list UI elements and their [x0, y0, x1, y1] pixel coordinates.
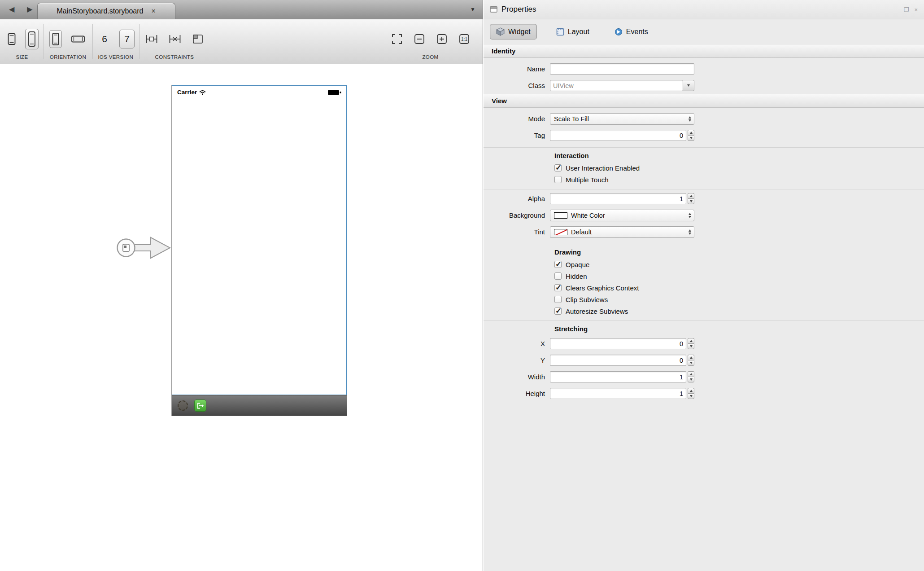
alpha-input[interactable] [550, 193, 686, 204]
status-bar: Carrier [172, 86, 346, 96]
multiple-touch-checkbox[interactable] [554, 176, 562, 183]
phone-tall-icon [27, 31, 36, 47]
stretch-width-stepper[interactable] [688, 371, 694, 382]
properties-header: Properties ❐ × [484, 0, 924, 19]
stretch-y-input[interactable] [550, 355, 686, 366]
carrier-label: Carrier [177, 89, 197, 96]
size-3-5-inch-button[interactable] [5, 30, 18, 48]
clip-subviews-row: Clip Subviews [484, 294, 924, 305]
tab-widget[interactable]: Widget [490, 24, 537, 40]
stretch-height-label: Height [484, 390, 550, 397]
user-interaction-checkbox[interactable] [554, 164, 562, 171]
tab-layout-label: Layout [568, 28, 589, 36]
tab-list-chevron-icon[interactable]: ▼ [470, 6, 475, 13]
drawing-title: Drawing [484, 245, 924, 259]
constraint-width-button[interactable] [144, 32, 160, 46]
stepper-up-icon[interactable] [688, 355, 694, 360]
class-input[interactable] [550, 80, 683, 91]
alpha-label: Alpha [484, 195, 550, 202]
storyboard-canvas[interactable]: Carrier [0, 65, 483, 571]
close-panel-icon[interactable]: × [914, 7, 918, 13]
dock-panel-icon[interactable]: ❐ [904, 7, 909, 13]
opaque-row: Opaque [484, 259, 924, 270]
width-constraint-icon [145, 34, 158, 44]
zoom-actual-size-button[interactable]: 1:1 [457, 31, 472, 47]
toolbar-group-constraints: CONSTRAINTS [140, 19, 209, 64]
name-row: Name [484, 61, 924, 77]
tab-layout[interactable]: Layout [550, 25, 595, 39]
toolbar-group-zoom: 1:1 ZOOM [382, 19, 479, 64]
orientation-portrait-button[interactable] [49, 30, 62, 48]
stretch-height-input[interactable] [550, 388, 686, 399]
name-label: Name [484, 65, 550, 73]
background-popup[interactable]: White Color [550, 210, 694, 221]
tag-input[interactable] [550, 130, 686, 141]
stepper-up-icon[interactable] [688, 193, 694, 198]
zoom-fit-button[interactable] [389, 31, 405, 47]
mode-row: Mode Scale To Fill [484, 110, 924, 127]
first-responder-icon[interactable] [178, 400, 188, 411]
size-4-inch-button[interactable] [25, 29, 39, 49]
stretch-height-stepper[interactable] [688, 388, 694, 399]
tag-stepper[interactable] [688, 130, 694, 141]
stretch-width-label: Width [484, 373, 550, 381]
cube-icon [496, 27, 505, 36]
toolbar-group-ios-version: 6 7 iOS VERSION [93, 19, 138, 64]
section-view: View [484, 94, 924, 108]
stepper-down-icon[interactable] [688, 135, 694, 141]
orientation-landscape-button[interactable] [69, 33, 87, 45]
autoresize-subviews-row: Autoresize Subviews [484, 305, 924, 317]
opaque-label: Opaque [566, 261, 589, 268]
hidden-checkbox[interactable] [554, 272, 562, 280]
tab-close-icon[interactable]: × [151, 8, 155, 15]
stepper-down-icon[interactable] [688, 377, 694, 382]
stepper-up-icon[interactable] [688, 388, 694, 393]
stepper-up-icon[interactable] [688, 130, 694, 135]
autoresize-subviews-label: Autoresize Subviews [566, 307, 628, 315]
clears-graphics-checkbox[interactable] [554, 284, 562, 291]
view-controller[interactable]: Carrier [172, 85, 347, 416]
opaque-checkbox[interactable] [554, 261, 562, 268]
stretch-width-input[interactable] [550, 371, 686, 382]
stretch-width-row: Width [484, 369, 924, 385]
initial-view-controller-arrow[interactable] [115, 234, 172, 261]
autoresize-subviews-checkbox[interactable] [554, 307, 562, 315]
background-row: Background White Color [484, 207, 924, 224]
selected-uiview[interactable]: Carrier [172, 85, 347, 395]
zoom-out-button[interactable] [412, 31, 427, 47]
stepper-down-icon[interactable] [688, 343, 694, 349]
events-icon [615, 28, 623, 36]
stepper-down-icon[interactable] [688, 360, 694, 366]
constraint-frame-button[interactable] [190, 32, 205, 46]
back-button[interactable]: ◀ [9, 6, 14, 13]
stretch-y-stepper[interactable] [688, 355, 694, 366]
toolbar-group-orientation: ORIENTATION [44, 19, 92, 64]
stepper-up-icon[interactable] [688, 338, 694, 343]
stepper-down-icon[interactable] [688, 393, 694, 399]
clip-subviews-checkbox[interactable] [554, 296, 562, 303]
stretch-x-input[interactable] [550, 338, 686, 349]
class-dropdown-icon[interactable] [683, 80, 694, 91]
ios-version-7-button[interactable]: 7 [119, 30, 135, 48]
alpha-stepper[interactable] [688, 193, 694, 204]
tint-popup[interactable]: Default [550, 226, 694, 238]
stepper-up-icon[interactable] [688, 371, 694, 377]
toolbar-separator [139, 24, 140, 59]
tab-events[interactable]: Events [609, 25, 654, 39]
stepper-down-icon[interactable] [688, 198, 694, 204]
nav-arrows: ◀ ▶ [0, 0, 37, 19]
constraint-spacing-button[interactable] [167, 32, 183, 46]
fullscreen-icon [391, 33, 403, 45]
properties-panel: Properties ❐ × Widget [484, 0, 924, 571]
forward-button[interactable]: ▶ [27, 6, 32, 13]
wifi-icon [199, 90, 206, 95]
mode-popup[interactable]: Scale To Fill [550, 113, 694, 125]
stretch-x-stepper[interactable] [688, 338, 694, 349]
zoom-in-button[interactable] [434, 31, 449, 47]
exit-segue-icon[interactable] [194, 400, 206, 412]
name-input[interactable] [550, 63, 694, 75]
stretch-y-row: Y [484, 352, 924, 369]
divider [484, 147, 924, 148]
ios-version-6-button[interactable]: 6 [97, 30, 112, 48]
tab-mainstoryboard[interactable]: MainStoryboard.storyboard × [37, 3, 175, 19]
